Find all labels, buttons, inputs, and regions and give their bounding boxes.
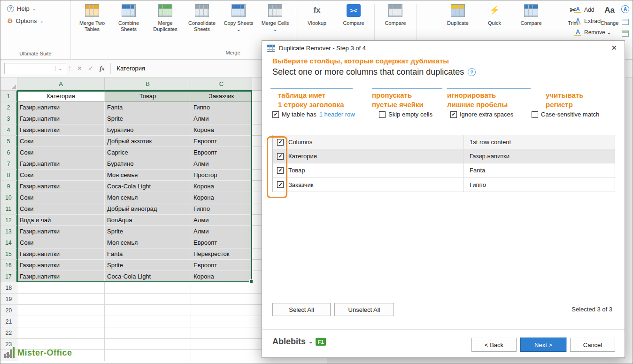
name-box[interactable]: ⌄ xyxy=(4,63,66,74)
close-icon[interactable]: ✕ xyxy=(608,43,620,53)
cell-A2[interactable]: Газир.напитки xyxy=(17,102,105,113)
cell-C13[interactable]: Алми xyxy=(191,226,252,237)
cell-A3[interactable]: Газир.напитки xyxy=(17,113,105,124)
ignore-extra-spaces-checkbox[interactable]: ✓ xyxy=(450,111,457,118)
back-button[interactable]: < Back xyxy=(471,338,517,352)
ablebits-brand[interactable]: Ablebits ⌄ F1 xyxy=(272,337,326,347)
cell-B15[interactable]: Fanta xyxy=(105,248,191,260)
ribbon-button-copy-sheets[interactable]: Copy Sheets ⌄ xyxy=(222,4,255,32)
cell-A18[interactable] xyxy=(17,282,105,294)
cell-C11[interactable]: Гиппо xyxy=(191,203,252,215)
row-header-7[interactable]: 7 xyxy=(0,158,17,170)
cancel-entry-icon[interactable]: ✕ xyxy=(74,65,85,72)
row-header-18[interactable]: 18 xyxy=(0,282,17,294)
cell-A12[interactable]: Вода и чай xyxy=(17,215,105,226)
row-header-13[interactable]: 13 xyxy=(0,226,17,237)
row-header-17[interactable]: 17 xyxy=(0,271,17,282)
option-my-table-has-header[interactable]: ✓My table has1 header row xyxy=(272,111,355,118)
column-header-A[interactable]: A xyxy=(17,77,105,91)
cell-B5[interactable]: Добрый экзотик xyxy=(105,136,191,147)
cell-C3[interactable]: Алми xyxy=(191,113,252,124)
ribbon-button-merge-two-tables[interactable]: Merge Two Tables xyxy=(76,4,108,32)
cell-B23[interactable] xyxy=(105,339,191,350)
cell-A22[interactable] xyxy=(17,327,105,339)
ribbon-button-compare-1[interactable]: ><Compare xyxy=(337,4,370,26)
ribbon-button-merge-cells[interactable]: Merge Cells ⌄ xyxy=(259,4,292,32)
case-sensitive-match-checkbox[interactable] xyxy=(532,111,538,118)
dialog-titlebar[interactable]: Duplicate Remover - Step 3 of 4 ✕ xyxy=(262,41,625,55)
row-header-14[interactable]: 14 xyxy=(0,237,17,248)
name-box-input[interactable] xyxy=(5,63,55,74)
cell-A8[interactable]: Соки xyxy=(17,170,105,181)
row-header-5[interactable]: 5 xyxy=(0,136,17,147)
row-header-1[interactable]: 1 xyxy=(0,91,17,102)
row-checkbox[interactable]: ✓ xyxy=(277,139,284,146)
ribbon-button-compare-tables[interactable]: Compare xyxy=(515,4,548,26)
cell-C16[interactable]: Евроопт xyxy=(191,260,252,271)
cell-C15[interactable]: Перекресток xyxy=(191,248,252,260)
cell-A1[interactable]: Категория xyxy=(17,91,105,102)
cell-A16[interactable]: Газир.напитки xyxy=(17,260,105,271)
formula-input[interactable]: Категория xyxy=(114,65,273,72)
cell-B16[interactable]: Sprite xyxy=(105,260,191,271)
cell-B21[interactable] xyxy=(105,316,191,327)
ribbon-button-combine-sheets[interactable]: Combine Sheets xyxy=(112,4,145,32)
cell-B1[interactable]: Товар xyxy=(105,91,191,102)
cell-A20[interactable] xyxy=(17,305,105,316)
cell-B10[interactable]: Моя семья xyxy=(105,192,191,203)
columns-table-row[interactable]: ✓ЗаказчикГиппо xyxy=(273,178,615,192)
cell-A19[interactable] xyxy=(17,294,105,305)
cell-A9[interactable]: Газир.напитки xyxy=(17,181,105,192)
cell-B24[interactable] xyxy=(105,350,191,361)
cell-B22[interactable] xyxy=(105,327,191,339)
help-menu[interactable]: ? Help ⌄ xyxy=(7,5,70,12)
cell-A7[interactable]: Газир.напитки xyxy=(17,158,105,170)
cell-B11[interactable]: Добрый виноград xyxy=(105,203,191,215)
row-header-2[interactable]: 2 xyxy=(0,102,17,113)
cell-C1[interactable]: Заказчик xyxy=(191,91,252,102)
confirm-entry-icon[interactable]: ✓ xyxy=(85,65,96,72)
cell-C10[interactable]: Корона xyxy=(191,192,252,203)
option-ignore-extra-spaces[interactable]: ✓Ignore extra spaces xyxy=(450,111,513,118)
unselect-all-button[interactable]: Unselect All xyxy=(334,303,394,316)
remove-button[interactable]: ARemove ⌄ xyxy=(574,29,611,36)
option-case-sensitive-match[interactable]: Case-sensitive match xyxy=(532,111,599,118)
row-checkbox[interactable]: ✓ xyxy=(277,167,284,174)
row-header-16[interactable]: 16 xyxy=(0,260,17,271)
row-checkbox[interactable]: ✓ xyxy=(277,153,284,160)
cell-A5[interactable]: Соки xyxy=(17,136,105,147)
row-header-19[interactable]: 19 xyxy=(0,294,17,305)
ribbon-button-consolidate-sheets[interactable]: Consolidate Sheets xyxy=(185,4,218,32)
cell-B13[interactable]: Sprite xyxy=(105,226,191,237)
column-header-B[interactable]: B xyxy=(105,77,191,91)
ribbon-button-quick-dedupe[interactable]: ⚡Quick xyxy=(478,4,511,26)
cell-C8[interactable]: Простор xyxy=(191,170,252,181)
cell-B6[interactable]: Caprice xyxy=(105,147,191,158)
add-button[interactable]: AAdd xyxy=(574,6,611,13)
cell-B18[interactable] xyxy=(105,282,191,294)
cell-B17[interactable]: Coca-Cola Light xyxy=(105,271,191,282)
cell-B12[interactable]: BonAqua xyxy=(105,215,191,226)
cell-A10[interactable]: Соки xyxy=(17,192,105,203)
cell-A11[interactable]: Соки xyxy=(17,203,105,215)
cell-C22[interactable] xyxy=(191,327,252,339)
ablebits-info-icon[interactable]: A xyxy=(621,5,629,13)
cell-A4[interactable]: Газир.напитки xyxy=(17,124,105,136)
row-header-3[interactable]: 3 xyxy=(0,113,17,124)
header-row-link[interactable]: 1 header row xyxy=(319,111,355,118)
chevron-down-icon[interactable]: ⌄ xyxy=(55,66,65,71)
option-skip-empty-cells[interactable]: Skip empty cells xyxy=(379,111,432,118)
cell-A21[interactable] xyxy=(17,316,105,327)
my-table-has-header-checkbox[interactable]: ✓ xyxy=(272,111,279,118)
next-button[interactable]: Next > xyxy=(520,338,566,352)
cell-B20[interactable] xyxy=(105,305,191,316)
cell-B2[interactable]: Fanta xyxy=(105,102,191,113)
table-icon[interactable] xyxy=(622,31,629,37)
row-header-6[interactable]: 6 xyxy=(0,147,17,158)
ribbon-button-vlookup[interactable]: fxVlookup xyxy=(301,4,333,26)
row-header-12[interactable]: 12 xyxy=(0,215,17,226)
panel-icon[interactable] xyxy=(622,19,629,25)
ribbon-button-merge-duplicates[interactable]: Merge Duplicates xyxy=(149,4,182,32)
cell-C23[interactable] xyxy=(191,339,252,350)
cell-B8[interactable]: Моя семья xyxy=(105,170,191,181)
